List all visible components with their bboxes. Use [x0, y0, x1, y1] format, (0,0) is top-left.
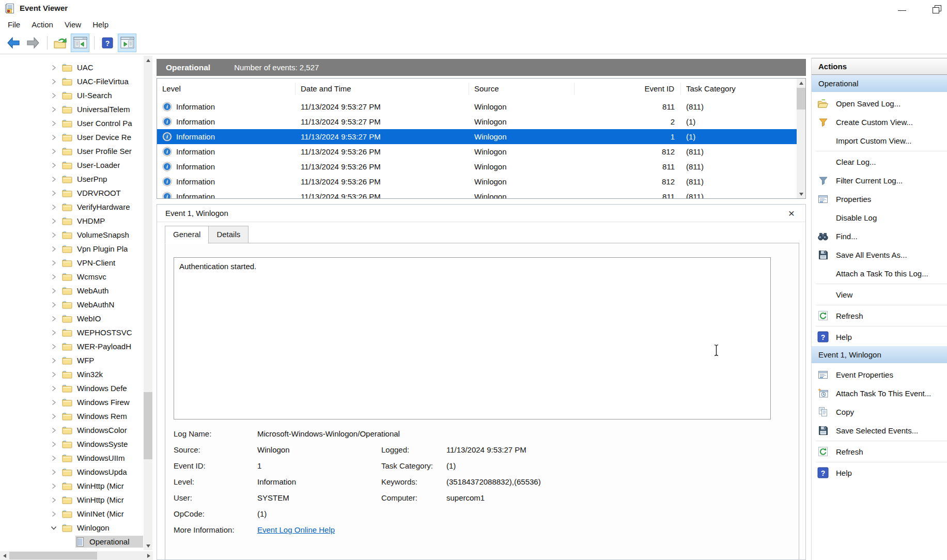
tab-details[interactable]: Details	[209, 226, 249, 243]
tree-item-verifyhardware[interactable]: VerifyHardware	[0, 200, 143, 214]
tree-item-win32k[interactable]: Win32k	[0, 367, 143, 381]
column-header-task-category[interactable]: Task Category	[681, 83, 797, 95]
tree-item-windows-rem[interactable]: Windows Rem	[0, 409, 143, 423]
scrollbar-thumb[interactable]	[144, 392, 152, 459]
tree-item-vpn-plugin-pla[interactable]: Vpn Plugin Pla	[0, 242, 143, 256]
tree-item-vhdmp[interactable]: VHDMP	[0, 214, 143, 228]
tab-general[interactable]: General	[165, 226, 209, 244]
event-cell-event_id: 812	[575, 177, 681, 186]
event-row[interactable]: iInformation11/13/2024 9:53:26 PMWinlogo…	[157, 174, 797, 189]
tree-item-uac[interactable]: UAC	[0, 60, 143, 74]
actions-section-event-1-winlogon[interactable]: Event 1, Winlogon	[812, 346, 947, 363]
tree-item-webauth[interactable]: WebAuth	[0, 284, 143, 298]
column-header-date-and-time[interactable]: Date and Time	[296, 83, 469, 95]
tree-item-vpn-client[interactable]: VPN-Client	[0, 256, 143, 270]
tree-item-wer-payloadh[interactable]: WER-PayloadH	[0, 339, 143, 353]
tree-item-user-loader[interactable]: User-Loader	[0, 158, 143, 172]
tree-item-winhttp-micr[interactable]: WinHttp (Micr	[0, 493, 143, 507]
action-clear-log[interactable]: Clear Log...	[812, 152, 947, 171]
event-cell-source: Winlogon	[469, 192, 575, 199]
tree-item-universaltelem[interactable]: UniversalTelem	[0, 102, 143, 116]
tree-item-user-profile-ser[interactable]: User Profile Ser	[0, 144, 143, 158]
show-console-tree-button[interactable]	[71, 34, 89, 52]
column-header-source[interactable]: Source	[469, 83, 575, 95]
forward-button[interactable]	[24, 34, 42, 52]
action-properties[interactable]: Properties	[812, 190, 947, 208]
event-row[interactable]: iInformation11/13/2024 9:53:26 PMWinlogo…	[157, 159, 797, 174]
tree-item-winhttp-micr[interactable]: WinHttp (Micr	[0, 479, 143, 493]
export-button[interactable]	[51, 34, 70, 52]
back-button[interactable]	[4, 34, 23, 52]
scroll-down-arrow[interactable]	[144, 541, 152, 550]
action-save-selected-events[interactable]: Save Selected Events...	[812, 421, 947, 440]
action-copy[interactable]: Copy	[812, 402, 947, 421]
menu-action[interactable]: Action	[26, 18, 59, 31]
scroll-right-arrow[interactable]	[144, 551, 153, 560]
action-filter-current-log[interactable]: Filter Current Log...	[812, 171, 947, 190]
action-refresh[interactable]: Refresh	[812, 442, 947, 461]
tree-item-windowssyste[interactable]: WindowsSyste	[0, 437, 143, 451]
tree-item-windowsupda[interactable]: WindowsUpda	[0, 465, 143, 479]
tree-vertical-scrollbar[interactable]	[144, 56, 152, 550]
event-row[interactable]: iInformation11/13/2024 9:53:26 PMWinlogo…	[157, 144, 797, 159]
actions-section-operational[interactable]: Operational	[812, 75, 947, 92]
tree-item-windows-defe[interactable]: Windows Defe	[0, 381, 143, 395]
tree-item-volumesnapsh[interactable]: VolumeSnapsh	[0, 228, 143, 242]
close-icon[interactable]: ×	[786, 208, 797, 219]
action-find[interactable]: Find...	[812, 227, 947, 245]
event-row[interactable]: iInformation11/13/2024 9:53:27 PMWinlogo…	[157, 99, 797, 114]
tree-item-wcmsvc[interactable]: Wcmsvc	[0, 270, 143, 284]
tree-item-webauthn[interactable]: WebAuthN	[0, 298, 143, 312]
tree-item-winlogon[interactable]: Winlogon	[0, 521, 143, 535]
tree-item-winnat[interactable]: WinNat	[0, 549, 143, 551]
tree-item-windowsuiim[interactable]: WindowsUIIm	[0, 451, 143, 465]
minimize-button[interactable]	[895, 5, 909, 13]
tree-item-uac-filevirtua[interactable]: UAC-FileVirtua	[0, 74, 143, 88]
action-open-saved-log[interactable]: Open Saved Log...	[812, 94, 947, 113]
action-view[interactable]: View	[812, 285, 947, 304]
tree-item-windows-firew[interactable]: Windows Firew	[0, 395, 143, 409]
action-attach-a-task-to-this-log[interactable]: Attach a Task To this Log...	[812, 264, 947, 283]
tree-item-wfp[interactable]: WFP	[0, 353, 143, 367]
scroll-up-arrow[interactable]	[797, 79, 805, 87]
action-attach-task-to-this-event[interactable]: Attach Task To This Event...	[812, 384, 947, 402]
tree-item-ui-search[interactable]: UI-Search	[0, 88, 143, 102]
tree-item-webio[interactable]: WebIO	[0, 312, 143, 325]
scroll-up-arrow[interactable]	[144, 56, 152, 65]
tree-item-wephostsvc[interactable]: WEPHOSTSVC	[0, 325, 143, 339]
scrollbar-thumb[interactable]	[9, 552, 97, 559]
action-event-properties[interactable]: Event Properties	[812, 365, 947, 384]
event-row[interactable]: iInformation11/13/2024 9:53:27 PMWinlogo…	[157, 129, 797, 144]
menu-view[interactable]: View	[59, 18, 87, 31]
menu-help[interactable]: Help	[87, 18, 114, 31]
event-description[interactable]: Authentication started.	[174, 257, 771, 419]
scroll-down-arrow[interactable]	[797, 190, 805, 198]
scroll-left-arrow[interactable]	[0, 551, 9, 560]
column-header-event-id[interactable]: Event ID	[575, 83, 681, 95]
tree-item-vdrvroot[interactable]: VDRVROOT	[0, 186, 143, 200]
event-log-online-help-link[interactable]: Event Log Online Help	[257, 524, 335, 536]
column-header-level[interactable]: Level	[157, 83, 296, 95]
tree-item-userpnp[interactable]: UserPnp	[0, 172, 143, 186]
menu-file[interactable]: File	[2, 18, 26, 31]
restore-button[interactable]	[931, 5, 942, 14]
action-save-all-events-as[interactable]: Save All Events As...	[812, 245, 947, 264]
action-import-custom-view[interactable]: Import Custom View...	[812, 131, 947, 150]
action-disable-log[interactable]: Disable Log	[812, 208, 947, 227]
tree-item-wininet-micr[interactable]: WinINet (Micr	[0, 507, 143, 521]
show-action-pane-button[interactable]	[118, 34, 136, 52]
action-create-custom-view[interactable]: Create Custom View...	[812, 113, 947, 131]
action-help[interactable]: ?Help	[812, 328, 947, 346]
scrollbar-thumb[interactable]	[797, 88, 805, 110]
event-row[interactable]: iInformation11/13/2024 9:53:27 PMWinlogo…	[157, 114, 797, 129]
help-button[interactable]: ?	[98, 34, 117, 52]
action-refresh[interactable]: Refresh	[812, 306, 947, 325]
tree-item-user-control-pa[interactable]: User Control Pa	[0, 116, 143, 130]
events-vertical-scrollbar[interactable]	[797, 79, 805, 198]
event-row[interactable]: iInformation11/13/2024 9:53:26 PMWinlogo…	[157, 189, 797, 199]
tree-item-operational[interactable]: Operational	[0, 535, 143, 549]
tree-horizontal-scrollbar[interactable]	[0, 551, 153, 560]
action-help[interactable]: ?Help	[812, 463, 947, 482]
tree-item-user-device-re[interactable]: User Device Re	[0, 130, 143, 144]
tree-item-windowscolor[interactable]: WindowsColor	[0, 423, 143, 437]
